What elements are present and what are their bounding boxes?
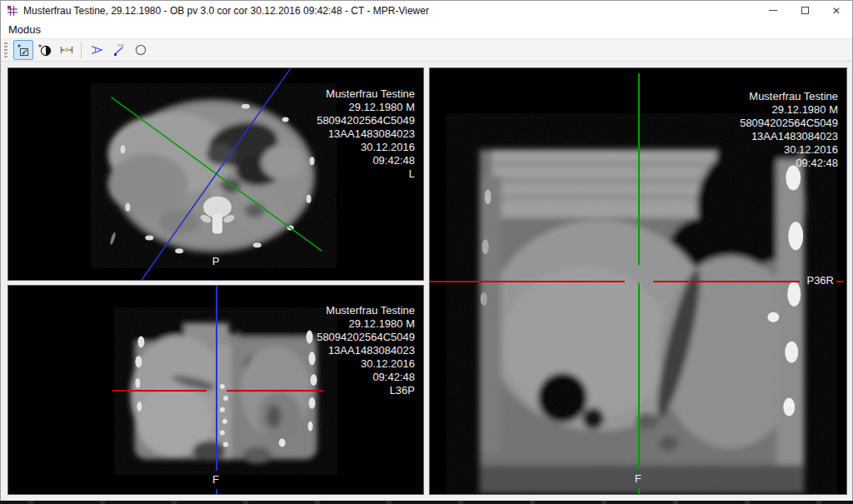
patient-overlay: Musterfrau Testine 29.12.1980 M 58094202… — [317, 87, 415, 181]
oblique-trace-line[interactable] — [139, 68, 292, 280]
oblique-trace-line-bottom[interactable] — [216, 489, 217, 495]
window-level-tool-button[interactable] — [35, 40, 55, 60]
study-time: 09:42:48 — [740, 157, 838, 170]
maximize-icon — [801, 7, 809, 14]
axial-trace-line-mid[interactable] — [653, 281, 800, 282]
patient-birthdate-sex: 29.12.1980 M — [317, 317, 415, 331]
taskbar-edge — [0, 501, 853, 504]
patient-id: 58094202564C5049 — [740, 117, 838, 130]
ellipse-tool-icon — [134, 43, 147, 57]
orientation-label-right: L36P — [317, 384, 415, 397]
orientation-label-right: L — [317, 167, 415, 181]
window-title: Musterfrau Testine, 29.12.1980 - OB pv 3… — [23, 5, 757, 17]
toolbar: d mm — [1, 38, 852, 62]
patient-birthdate-sex: 29.12.1980 M — [317, 101, 415, 114]
study-date: 30.12.2016 — [317, 141, 415, 154]
study-time: 09:42:48 — [317, 371, 415, 384]
patient-overlay: Musterfrau Testine 29.12.1980 M 58094202… — [740, 90, 838, 170]
patient-birthdate-sex: 29.12.1980 M — [740, 103, 838, 117]
angle-tool-button[interactable] — [87, 40, 107, 60]
axial-trace-line-right[interactable] — [836, 281, 844, 282]
close-icon: ✕ — [832, 6, 841, 16]
patient-overlay: Musterfrau Testine 29.12.1980 M 58094202… — [317, 304, 415, 397]
length-tool-button[interactable]: mm — [109, 40, 129, 60]
coronal-trace-line-mid[interactable] — [638, 283, 640, 470]
distance-tool-button[interactable]: d — [57, 40, 77, 60]
svg-text:d: d — [65, 47, 68, 52]
menubar: Modus — [1, 20, 852, 38]
viewport-coronal-large[interactable]: Musterfrau Testine 29.12.1980 M 58094202… — [429, 67, 847, 495]
minimize-icon — [769, 10, 777, 11]
region-zoom-tool-button[interactable] — [13, 40, 33, 60]
study-id: 13AA1483084023 — [317, 127, 415, 141]
distance-tool-icon: d — [60, 43, 73, 57]
viewport-coronal-small[interactable]: Musterfrau Testine 29.12.1980 M 58094202… — [7, 285, 424, 495]
ellipse-tool-button[interactable] — [131, 40, 151, 60]
orientation-label-bottom: P — [8, 255, 423, 268]
region-zoom-tool-icon — [17, 43, 30, 57]
minimize-button[interactable] — [757, 1, 789, 20]
coronal-trace-line-top[interactable] — [638, 73, 640, 265]
viewport-axial[interactable]: Musterfrau Testine 29.12.1980 M 58094202… — [7, 67, 424, 281]
oblique-trace-line-top[interactable] — [216, 286, 217, 471]
maximize-button[interactable] — [789, 1, 821, 20]
orientation-label-bottom: F — [8, 473, 423, 487]
patient-id: 58094202564C5049 — [317, 331, 415, 344]
window-controls: ✕ — [757, 1, 852, 20]
patient-name: Musterfrau Testine — [740, 90, 838, 103]
axial-trace-line-left[interactable] — [430, 281, 625, 282]
angle-tool-icon — [90, 43, 105, 57]
study-date: 30.12.2016 — [317, 357, 415, 371]
mpr-viewer-window: Musterfrau Testine, 29.12.1980 - OB pv 3… — [0, 0, 853, 501]
orientation-label-bottom: F — [430, 472, 846, 486]
close-button[interactable]: ✕ — [821, 1, 852, 20]
coronal-trace-line-bottom[interactable] — [638, 488, 640, 494]
study-id: 13AA1483084023 — [740, 130, 838, 143]
viewport-area: Musterfrau Testine 29.12.1980 M 58094202… — [1, 62, 852, 502]
length-tool-icon: mm — [112, 43, 126, 57]
window-level-tool-icon — [38, 43, 52, 57]
toolbar-separator — [81, 42, 82, 58]
study-time: 09:42:48 — [317, 154, 415, 167]
toolbar-grip[interactable] — [4, 42, 7, 57]
patient-id: 58094202564C5049 — [317, 114, 415, 127]
study-date: 30.12.2016 — [740, 143, 838, 157]
titlebar[interactable]: Musterfrau Testine, 29.12.1980 - OB pv 3… — [1, 1, 852, 20]
patient-name: Musterfrau Testine — [317, 87, 415, 101]
axial-trace-line-right[interactable] — [227, 390, 323, 392]
orientation-label-right: P36R — [806, 274, 834, 287]
app-icon — [7, 5, 18, 17]
patient-name: Musterfrau Testine — [317, 304, 415, 317]
menu-modus[interactable]: Modus — [1, 22, 48, 37]
study-id: 13AA1483084023 — [317, 344, 415, 357]
axial-trace-line-left[interactable] — [112, 390, 207, 392]
